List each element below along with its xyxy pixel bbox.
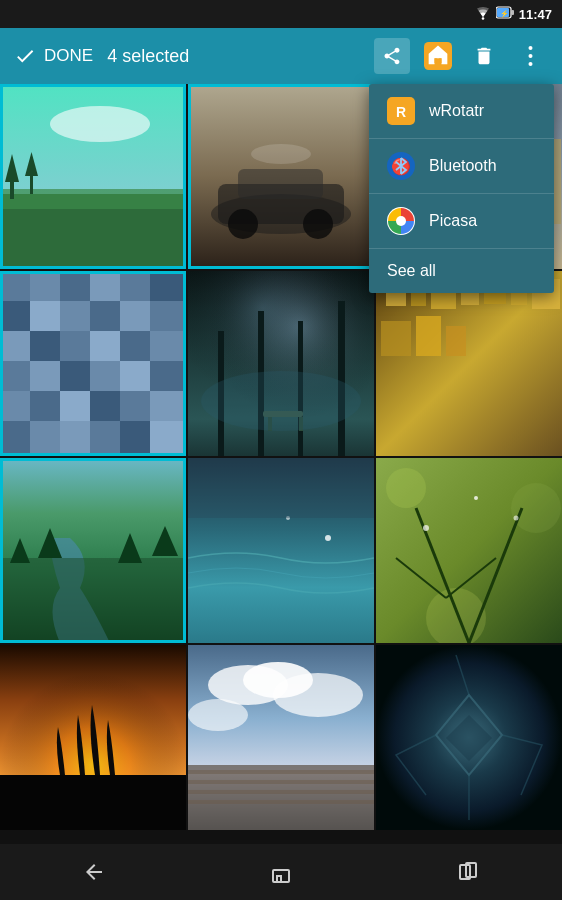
share-icon <box>382 46 402 66</box>
selected-count: 4 selected <box>107 46 360 67</box>
grid-cell-5[interactable] <box>188 271 374 456</box>
svg-point-122 <box>188 699 248 731</box>
svg-rect-14 <box>0 189 186 209</box>
svg-point-24 <box>303 209 333 239</box>
grid-cell-11[interactable] <box>188 645 374 830</box>
more-options-icon <box>528 45 533 67</box>
done-button[interactable]: DONE <box>14 45 93 67</box>
svg-point-106 <box>511 483 561 533</box>
wrotatr-icon: R <box>387 97 415 125</box>
svg-rect-42 <box>0 301 30 331</box>
svg-rect-60 <box>0 391 30 421</box>
svg-rect-54 <box>0 361 30 391</box>
svg-rect-55 <box>30 361 60 391</box>
grid-cell-8[interactable] <box>188 458 374 643</box>
svg-rect-69 <box>90 421 120 456</box>
svg-rect-37 <box>30 271 60 301</box>
delete-button[interactable] <box>466 38 502 74</box>
grid-cell-9[interactable] <box>376 458 562 643</box>
svg-rect-58 <box>120 361 150 391</box>
svg-rect-62 <box>60 391 90 421</box>
svg-point-113 <box>514 516 519 521</box>
svg-rect-36 <box>0 271 30 301</box>
svg-rect-38 <box>60 271 90 301</box>
back-icon <box>82 860 106 884</box>
trash-icon <box>473 45 495 67</box>
wifi-icon <box>475 6 491 23</box>
svg-text:R: R <box>396 104 406 120</box>
grid-cell-12[interactable] <box>376 645 562 830</box>
grid-cell-10[interactable] <box>0 645 186 830</box>
menu-item-bluetooth[interactable]: 🔴 Bluetooth <box>369 139 554 193</box>
svg-point-82 <box>201 371 361 431</box>
svg-rect-57 <box>90 361 120 391</box>
grid-cell-6[interactable] <box>376 271 562 456</box>
svg-point-121 <box>273 673 363 717</box>
bluetooth-label: Bluetooth <box>429 157 497 175</box>
svg-rect-65 <box>150 391 186 421</box>
svg-rect-63 <box>90 391 120 421</box>
svg-rect-56 <box>60 361 90 391</box>
svg-rect-41 <box>150 271 186 301</box>
svg-rect-22 <box>238 169 323 199</box>
menu-item-wrotatr[interactable]: R wRotatr <box>369 84 554 138</box>
set-wallpaper-button[interactable] <box>420 38 456 74</box>
svg-point-9 <box>528 54 532 58</box>
svg-rect-123 <box>188 765 374 830</box>
back-button[interactable] <box>64 852 124 892</box>
status-icons: ⚡ 11:47 <box>475 6 552 23</box>
svg-rect-51 <box>90 331 120 361</box>
svg-rect-70 <box>120 421 150 456</box>
svg-point-101 <box>325 535 331 541</box>
svg-rect-126 <box>188 790 374 794</box>
svg-point-0 <box>481 17 484 20</box>
grid-cell-2[interactable] <box>188 84 374 269</box>
home-icon <box>269 860 293 884</box>
svg-rect-44 <box>60 301 90 331</box>
picasa-icon <box>387 207 415 235</box>
svg-point-8 <box>528 46 532 50</box>
svg-rect-136 <box>277 876 281 882</box>
svg-rect-7 <box>439 58 441 63</box>
svg-rect-43 <box>30 301 60 331</box>
svg-rect-78 <box>338 301 345 456</box>
svg-rect-59 <box>150 361 186 391</box>
picasa-label: Picasa <box>429 212 477 230</box>
svg-rect-92 <box>416 316 441 356</box>
more-options-button[interactable] <box>512 38 548 74</box>
bottom-nav-bar <box>0 844 562 900</box>
svg-rect-53 <box>150 331 186 361</box>
menu-item-picasa[interactable]: Picasa <box>369 194 554 248</box>
share-button[interactable] <box>374 38 410 74</box>
home-button[interactable] <box>251 852 311 892</box>
recents-button[interactable] <box>438 852 498 892</box>
svg-rect-103 <box>188 458 374 518</box>
svg-rect-68 <box>60 421 90 456</box>
bluetooth-icon: 🔴 <box>387 152 415 180</box>
svg-point-134 <box>396 216 406 226</box>
svg-point-105 <box>386 468 426 508</box>
grid-cell-1[interactable] <box>0 84 186 269</box>
svg-rect-125 <box>188 780 374 784</box>
svg-rect-47 <box>150 301 186 331</box>
svg-rect-6 <box>435 58 437 63</box>
svg-rect-61 <box>30 391 60 421</box>
svg-rect-67 <box>30 421 60 456</box>
svg-point-25 <box>251 144 311 164</box>
svg-point-10 <box>528 62 532 66</box>
share-dropdown: R wRotatr 🔴 Bluetooth <box>369 84 554 293</box>
svg-text:⚡: ⚡ <box>499 9 508 18</box>
top-bar: DONE 4 selected <box>0 28 562 84</box>
svg-rect-52 <box>120 331 150 361</box>
svg-rect-46 <box>120 301 150 331</box>
grid-cell-7[interactable] <box>0 458 186 643</box>
see-all-button[interactable]: See all <box>369 249 554 293</box>
house-icon <box>424 42 452 70</box>
done-label: DONE <box>44 46 93 66</box>
svg-point-23 <box>228 209 258 239</box>
svg-rect-127 <box>188 800 374 804</box>
svg-rect-64 <box>120 391 150 421</box>
svg-rect-93 <box>446 326 466 356</box>
grid-cell-4[interactable] <box>0 271 186 456</box>
svg-rect-91 <box>381 321 411 356</box>
